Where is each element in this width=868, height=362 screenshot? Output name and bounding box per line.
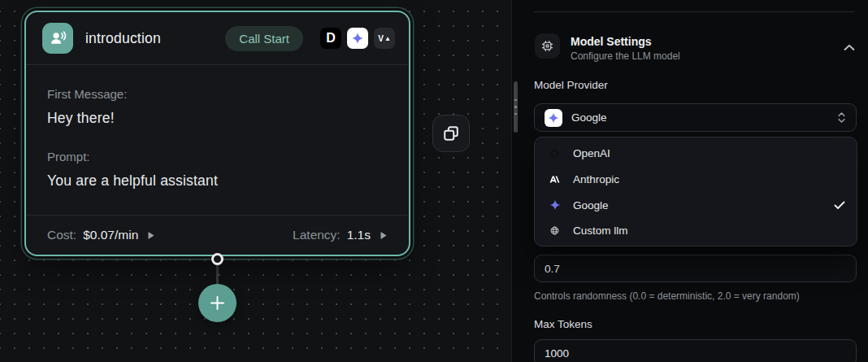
- provider-dropdown-menu: OpenAI Anthropic: [534, 137, 857, 246]
- vapi-icon: V▲: [374, 28, 395, 49]
- section-title: Model Settings: [571, 35, 652, 48]
- prompt-value: You are a helpful assistant: [47, 172, 388, 190]
- temperature-input[interactable]: [534, 255, 857, 282]
- chevron-up-icon: [844, 44, 855, 51]
- conversation-node-icon: [42, 23, 73, 54]
- latency-value: 1.1s: [347, 228, 371, 242]
- node-output-handle[interactable]: [211, 253, 224, 265]
- latency-stat[interactable]: Latency: 1.1s: [293, 228, 388, 242]
- option-custom-llm[interactable]: Custom llm: [535, 218, 857, 244]
- latency-expand-icon[interactable]: [380, 231, 388, 240]
- copy-icon: [442, 124, 460, 142]
- cost-stat[interactable]: Cost: $0.07/min: [47, 228, 155, 242]
- max-tokens-label: Max Tokens: [534, 318, 592, 330]
- node-header: introduction Call Start D V▲: [26, 12, 409, 65]
- select-chevrons-icon: [837, 111, 846, 124]
- cost-value: $0.07/min: [83, 228, 138, 242]
- selected-provider: Google: [571, 111, 607, 124]
- option-anthropic[interactable]: Anthropic: [535, 167, 857, 193]
- node-footer: Cost: $0.07/min Latency: 1.1s: [26, 215, 409, 255]
- panel-resize-handle[interactable]: [514, 81, 518, 133]
- node-title: introduction: [85, 30, 161, 47]
- add-node-button[interactable]: [198, 284, 237, 322]
- anthropic-icon: [546, 171, 563, 188]
- gemini-icon: [545, 109, 562, 127]
- duplicate-node-button[interactable]: [432, 115, 470, 152]
- edge-connector-line: [216, 265, 219, 286]
- collapse-section-button[interactable]: [840, 39, 858, 55]
- call-start-badge: Call Start: [225, 26, 303, 51]
- cost-label: Cost:: [47, 228, 76, 242]
- gemini-icon: [347, 28, 368, 49]
- prompt-label: Prompt:: [47, 150, 388, 164]
- model-provider-select[interactable]: Google: [534, 103, 857, 132]
- section-subtitle: Configure the LLM model: [571, 50, 680, 62]
- plus-icon: [209, 294, 226, 312]
- model-provider-label: Model Provider: [534, 79, 608, 91]
- node-body: First Message: Hey there! Prompt: You ar…: [26, 65, 409, 190]
- first-message-value: Hey there!: [47, 110, 388, 127]
- section-divider: [534, 11, 854, 12]
- option-google[interactable]: Google: [535, 192, 857, 218]
- option-openai[interactable]: OpenAI: [535, 141, 857, 167]
- deepgram-icon: D: [320, 28, 341, 49]
- cost-expand-icon[interactable]: [147, 231, 155, 240]
- first-message-label: First Message:: [47, 87, 388, 101]
- openai-icon: [546, 145, 563, 162]
- check-icon: [834, 201, 845, 210]
- settings-panel: Model Settings Configure the LLM model M…: [511, 0, 868, 362]
- custom-llm-icon: [546, 222, 563, 239]
- temperature-help-text: Controls randomness (0.0 = deterministic…: [534, 290, 800, 302]
- node-service-icons: D V▲: [320, 28, 395, 49]
- workflow-editor: introduction Call Start D V▲: [0, 0, 868, 362]
- latency-label: Latency:: [293, 228, 341, 242]
- gemini-icon: [546, 197, 563, 214]
- workflow-node-introduction[interactable]: introduction Call Start D V▲: [24, 11, 410, 256]
- max-tokens-input[interactable]: [534, 339, 857, 362]
- cpu-chip-icon: [535, 33, 560, 59]
